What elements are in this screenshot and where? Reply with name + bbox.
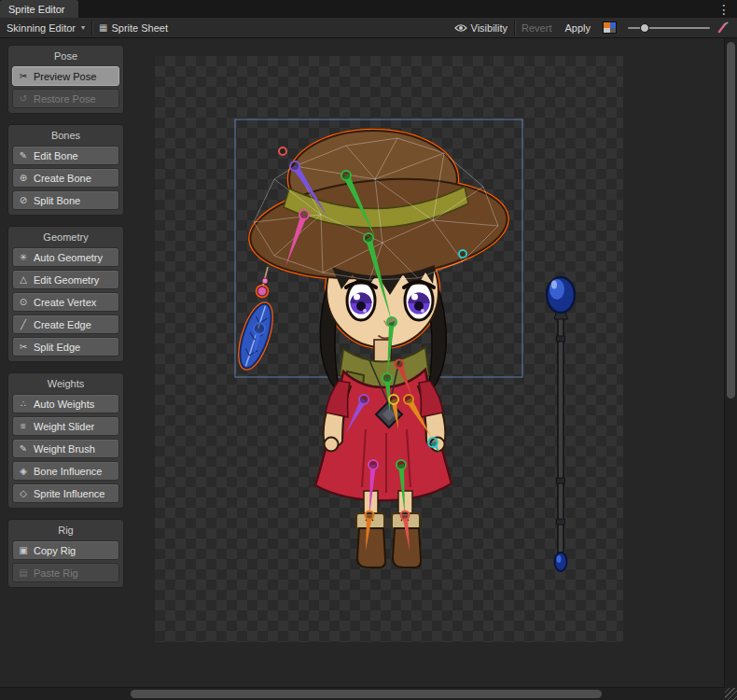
create-edge-button[interactable]: ╱ Create Edge [12, 315, 119, 334]
button-label: Weight Brush [34, 443, 95, 455]
revert-button[interactable]: Revert [515, 18, 558, 37]
edit-geometry-icon: △ [18, 274, 29, 285]
button-label: Auto Weights [34, 399, 94, 410]
button-label: Paste Rig [34, 567, 78, 579]
chevron-down-icon: ▾ [81, 23, 85, 32]
paste-rig-icon: ▤ [18, 567, 29, 578]
copy-rig-button[interactable]: ▣ Copy Rig [12, 540, 119, 560]
auto-weights-icon: ∴ [18, 399, 29, 409]
sprite-sheet-button[interactable]: ▦ Sprite Sheet [92, 18, 174, 37]
split-edge-button[interactable]: ✂ Split Edge [12, 337, 119, 357]
preview-pose-button[interactable]: ✂ Preview Pose [12, 66, 119, 86]
create-bone-button[interactable]: ⊕ Create Bone [12, 168, 119, 188]
button-label: Preview Pose [34, 71, 96, 82]
panel-title: Pose [12, 49, 119, 63]
button-label: Auto Geometry [34, 252, 103, 263]
weight-slider-button[interactable]: ≡ Weight Slider [12, 416, 119, 436]
sprite-sheet-label: Sprite Sheet [111, 22, 168, 34]
button-label: Copy Rig [34, 545, 76, 556]
brush-opacity-icon[interactable] [717, 21, 730, 34]
button-label: Bone Influence [34, 466, 102, 477]
button-label: Create Bone [34, 173, 91, 184]
overlay-color-icon[interactable] [603, 21, 617, 34]
toolbar: Skinning Editor ▾ ▦ Sprite Sheet Visibil… [0, 18, 737, 38]
panel-weights: Weights ∴ Auto Weights ≡ Weight Slider ✎… [7, 372, 124, 509]
tab-label: Sprite Editor [8, 4, 65, 15]
panel-title: Rig [12, 523, 119, 538]
split-edge-icon: ✂ [18, 342, 29, 352]
toolbar-right-group: Visibility Revert Apply [448, 18, 737, 37]
create-bone-icon: ⊕ [18, 173, 29, 183]
button-label: Restore Pose [34, 93, 96, 105]
sprite-influence-button[interactable]: ◇ Sprite Influence [12, 483, 119, 503]
panel-bones: Bones ✎ Edit Bone ⊕ Create Bone ⊘ Split … [7, 124, 124, 216]
resize-grip[interactable] [725, 688, 737, 700]
auto-weights-button[interactable]: ∴ Auto Weights [12, 394, 119, 413]
create-vertex-button[interactable]: ⊙ Create Vertex [12, 292, 119, 312]
staff-sprite[interactable] [547, 277, 575, 571]
zoom-slider-thumb[interactable] [640, 23, 649, 33]
button-label: Edit Geometry [34, 274, 99, 286]
skinning-editor-dropdown[interactable]: Skinning Editor ▾ [0, 18, 91, 37]
horizontal-scrollbar-thumb[interactable] [131, 690, 602, 698]
edit-geometry-button[interactable]: △ Edit Geometry [12, 270, 119, 289]
panel-title: Weights [12, 376, 119, 391]
edit-bone-button[interactable]: ✎ Edit Bone [12, 146, 119, 165]
window-tab-bar: Sprite Editor ⋮ [0, 0, 737, 18]
panel-title: Geometry [12, 230, 119, 245]
auto-geometry-icon: ✳ [18, 252, 29, 262]
create-vertex-icon: ⊙ [18, 297, 29, 307]
brush-icon [717, 21, 730, 34]
split-bone-icon: ⊘ [18, 195, 29, 205]
restore-pose-icon: ↺ [18, 93, 29, 104]
paste-rig-button[interactable]: ▤ Paste Rig [12, 563, 119, 582]
weight-slider-icon: ≡ [18, 421, 29, 431]
eye-icon [454, 23, 467, 33]
sprite-influence-icon: ◇ [18, 488, 29, 498]
panel-rig: Rig ▣ Copy Rig ▤ Paste Rig [7, 519, 124, 588]
auto-geometry-button[interactable]: ✳ Auto Geometry [12, 247, 119, 267]
button-label: Sprite Influence [34, 488, 104, 499]
skinning-editor-label: Skinning Editor [7, 22, 76, 34]
button-label: Create Edge [34, 319, 91, 330]
visibility-label: Visibility [471, 22, 508, 34]
button-label: Split Bone [34, 195, 80, 206]
vertical-scrollbar-thumb[interactable] [727, 42, 735, 399]
apply-label: Apply [564, 22, 591, 34]
button-label: Edit Bone [34, 150, 78, 161]
kebab-menu-icon[interactable]: ⋮ [717, 1, 730, 18]
vertical-scrollbar[interactable] [724, 38, 737, 688]
button-label: Weight Slider [34, 421, 94, 432]
weight-brush-icon: ✎ [18, 443, 29, 454]
revert-label: Revert [521, 22, 551, 34]
horizontal-scrollbar[interactable] [0, 687, 725, 700]
copy-rig-icon: ▣ [18, 545, 29, 555]
visibility-button[interactable]: Visibility [448, 18, 515, 37]
split-bone-button[interactable]: ⊘ Split Bone [12, 190, 119, 210]
panel-pose: Pose ✂ Preview Pose ↺ Restore Pose [7, 45, 124, 114]
tab-sprite-editor[interactable]: Sprite Editor [0, 0, 78, 18]
weight-brush-button[interactable]: ✎ Weight Brush [12, 439, 119, 458]
sprite-canvas[interactable] [155, 56, 623, 642]
apply-button[interactable]: Apply [558, 18, 597, 37]
create-edge-icon: ╱ [18, 319, 29, 329]
panel-title: Bones [12, 128, 119, 143]
button-label: Split Edge [34, 342, 80, 353]
preview-pose-icon: ✂ [18, 71, 29, 81]
panel-geometry: Geometry ✳ Auto Geometry △ Edit Geometry… [7, 226, 124, 362]
edit-bone-icon: ✎ [18, 150, 29, 161]
restore-pose-button[interactable]: ↺ Restore Pose [12, 89, 119, 108]
zoom-slider[interactable] [628, 18, 710, 37]
button-label: Create Vertex [34, 297, 96, 308]
bone-influence-button[interactable]: ◈ Bone Influence [12, 461, 119, 481]
sprite-sheet-icon: ▦ [99, 22, 107, 33]
bone-influence-icon: ◈ [18, 466, 29, 476]
skinning-tool-sidebar: Pose ✂ Preview Pose ↺ Restore Pose Bones… [7, 45, 124, 588]
